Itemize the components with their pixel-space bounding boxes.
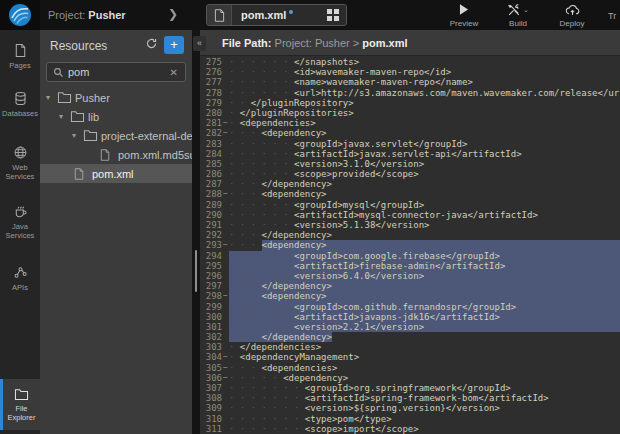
fold-gutter xyxy=(222,159,229,169)
code-line-296[interactable]: 296· · · · · · <version>6.4.0</version> xyxy=(200,271,620,281)
line-number: 280 xyxy=(200,108,222,118)
add-resource-button[interactable]: + xyxy=(164,36,184,54)
caret-down-icon[interactable]: ▾ xyxy=(59,112,70,121)
coffee-icon xyxy=(13,204,28,219)
code-line-305[interactable]: 305−· · · <dependencies> xyxy=(200,363,620,373)
fold-marker-icon[interactable]: − xyxy=(222,373,229,383)
search-input[interactable]: pom xyxy=(68,66,170,78)
code-area[interactable]: 275· · · · · · </snapshots>276· · · · · … xyxy=(200,57,620,434)
caret-down-icon[interactable]: ▾ xyxy=(72,131,83,140)
code-line-306[interactable]: 306−· · · · · <dependency> xyxy=(200,373,620,383)
code-line-311[interactable]: 311· · · · · · · <scope>import</scope> xyxy=(200,424,620,434)
indent-whitespace: · · · · · · · xyxy=(229,414,305,424)
fold-marker-icon[interactable]: − xyxy=(222,363,229,373)
code-line-286[interactable]: 286· · · · · · <scope>provided</scope> xyxy=(200,169,620,179)
sidebar-item-java-services[interactable]: JavaServices xyxy=(0,195,40,248)
code-line-283[interactable]: 283· · · · · · <groupId>javax.servlet</g… xyxy=(200,139,620,149)
code-line-309[interactable]: 309· · · · · · · <version>${spring.versi… xyxy=(200,403,620,413)
sidebar-item-databases[interactable]: Databases xyxy=(0,82,40,126)
preview-button[interactable]: Preview xyxy=(444,2,484,28)
code-line-300[interactable]: 300· · · · · · <artifactId>javapns-jdk16… xyxy=(200,312,620,322)
line-number: 310 xyxy=(200,414,222,424)
code-line-284[interactable]: 284· · · · · · <artifactId>javax.servlet… xyxy=(200,149,620,159)
code-line-301[interactable]: 301· · · · · · <version>2.2.1</version> xyxy=(200,322,620,332)
code-text: </pluginRepository> xyxy=(251,98,354,108)
caret-down-icon[interactable]: ▾ xyxy=(46,93,57,102)
code-line-299[interactable]: 299· · · · · · <groupId>com.github.ferna… xyxy=(200,302,620,312)
indent-whitespace: · · · xyxy=(229,281,262,291)
folder-icon xyxy=(83,129,98,142)
indent-whitespace: · · · · · · xyxy=(229,271,294,281)
code-line-279[interactable]: 279· · </pluginRepository> xyxy=(200,98,620,108)
wavemaker-logo[interactable] xyxy=(0,0,40,30)
code-line-281[interactable]: 281−· <dependencies> xyxy=(200,118,620,128)
indent-whitespace: · · · xyxy=(229,179,262,189)
code-line-304[interactable]: 304−· <dependencyManagement> xyxy=(200,352,620,362)
wavemaker-ide: Project: Pusher ❯ pom.xml Preview⌄BuildD… xyxy=(0,0,620,434)
code-line-280[interactable]: 280· </pluginRepositories> xyxy=(200,108,620,118)
code-line-277[interactable]: 277· · · · · · <name>wavemaker-maven-rep… xyxy=(200,77,620,87)
code-line-292[interactable]: 292· · · </dependency> xyxy=(200,230,620,240)
fold-marker-icon[interactable]: − xyxy=(222,352,229,362)
line-number: 307 xyxy=(200,383,222,393)
build-button[interactable]: ⌄Build xyxy=(498,2,538,28)
code-line-285[interactable]: 285· · · · · · <version>3.1.0</version> xyxy=(200,159,620,169)
panel-divider[interactable] xyxy=(192,30,200,434)
sidebar-item-pages[interactable]: Pages xyxy=(0,34,40,78)
tree-item-pom-xml-md5sum[interactable]: pom.xml.md5sum xyxy=(40,145,192,164)
sidebar-item-apis[interactable]: APIs xyxy=(0,256,40,300)
refresh-icon[interactable] xyxy=(145,37,158,50)
code-line-310[interactable]: 310· · · · · · · <type>pom</type> xyxy=(200,414,620,424)
indent-whitespace: · · · xyxy=(229,291,262,301)
code-line-307[interactable]: 307· · · · · · · <groupId>org.springfram… xyxy=(200,383,620,393)
line-number: 305 xyxy=(200,363,222,373)
code-line-291[interactable]: 291· · · · · · <version>5.1.38</version> xyxy=(200,220,620,230)
code-text: <version>3.1.0</version> xyxy=(294,159,424,169)
top-bar: Project: Pusher ❯ pom.xml Preview⌄BuildD… xyxy=(0,0,620,30)
code-line-295[interactable]: 295· · · · · · <artifactId>firebase-admi… xyxy=(200,261,620,271)
collapse-panel-icon[interactable]: « xyxy=(193,36,206,51)
code-line-275[interactable]: 275· · · · · · </snapshots> xyxy=(200,57,620,67)
line-number: 309 xyxy=(200,403,222,413)
code-line-297[interactable]: 297· · · </dependency> xyxy=(200,281,620,291)
divider-drag-handle[interactable] xyxy=(195,250,197,292)
code-text: </dependency> xyxy=(262,281,332,291)
tree-item-pom-xml[interactable]: pom.xml xyxy=(40,164,192,183)
clear-search-icon[interactable]: ✕ xyxy=(170,67,178,78)
code-line-293[interactable]: 293−· · · <dependency> xyxy=(200,240,620,250)
line-number: 281 xyxy=(200,118,222,128)
code-line-302[interactable]: 302· · · </dependency> xyxy=(200,332,620,342)
tree-item-project-external-dependencies[interactable]: ▾project-external-dependencies xyxy=(40,126,192,145)
fold-marker-icon[interactable]: − xyxy=(222,291,229,301)
code-line-288[interactable]: 288−· · · <dependency> xyxy=(200,189,620,199)
fold-marker-icon[interactable]: − xyxy=(222,128,229,138)
code-line-278[interactable]: 278· · · · · · <url>http://s3.amazonaws.… xyxy=(200,88,620,98)
sidebar-item-web-services[interactable]: WebServices xyxy=(0,136,40,189)
split-view-icon[interactable] xyxy=(327,9,339,21)
tree-item-pusher[interactable]: ▾Pusher xyxy=(40,88,192,107)
code-line-290[interactable]: 290· · · · · · <artifactId>mysql-connect… xyxy=(200,210,620,220)
code-text: <artifactId>firebase-admin</artifactId> xyxy=(294,261,505,271)
clipped-right-label: Tr xyxy=(608,11,620,21)
code-text: <dependency> xyxy=(283,373,348,383)
code-line-308[interactable]: 308· · · · · · · <artifactId>spring-fram… xyxy=(200,393,620,403)
code-text: <dependency> xyxy=(262,128,327,138)
code-line-282[interactable]: 282−· · · <dependency> xyxy=(200,128,620,138)
code-line-298[interactable]: 298−· · · <dependency> xyxy=(200,291,620,301)
code-line-289[interactable]: 289· · · · · · <groupId>mysql</groupId> xyxy=(200,200,620,210)
fold-marker-icon[interactable]: − xyxy=(222,118,229,128)
action-label: Deploy xyxy=(560,19,585,28)
code-line-294[interactable]: 294· · · · · · <groupId>com.google.fireb… xyxy=(200,251,620,261)
fold-marker-icon[interactable]: − xyxy=(222,189,229,199)
code-line-287[interactable]: 287· · · </dependency> xyxy=(200,179,620,189)
open-file-tab[interactable]: pom.xml xyxy=(206,4,347,26)
line-number: 301 xyxy=(200,322,222,332)
code-line-276[interactable]: 276· · · · · · <id>wavemaker-maven-repo<… xyxy=(200,67,620,77)
fold-marker-icon[interactable]: − xyxy=(222,240,229,250)
deploy-button[interactable]: Deploy xyxy=(552,2,592,28)
code-line-303[interactable]: 303· </dependencies> xyxy=(200,342,620,352)
tree-item-lib[interactable]: ▾lib xyxy=(40,107,192,126)
indent-whitespace: · · · xyxy=(229,332,262,342)
sidebar-item-file-explorer[interactable]: FileExplorer xyxy=(0,379,40,430)
resources-search[interactable]: pom ✕ xyxy=(46,62,186,82)
